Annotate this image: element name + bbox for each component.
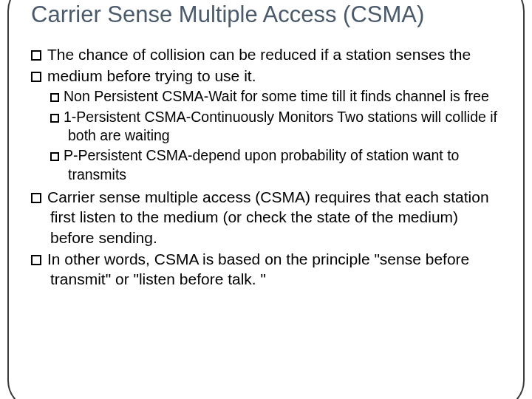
- bullet-sense-before-transmit: In other words, CSMA is based on the pri…: [31, 249, 501, 290]
- slide-frame: Carrier Sense Multiple Access (CSMA) The…: [7, 0, 525, 399]
- square-bullet-icon: [31, 255, 41, 265]
- square-bullet-icon: [50, 93, 59, 102]
- square-bullet-icon: [50, 114, 59, 123]
- square-bullet-icon: [31, 72, 41, 82]
- bullet-text: Non Persistent CSMA-Wait for some time t…: [64, 88, 489, 104]
- square-bullet-icon: [31, 193, 41, 203]
- square-bullet-icon: [31, 50, 41, 61]
- square-bullet-icon: [50, 152, 59, 161]
- bullet-text: medium before trying to use it.: [47, 67, 256, 84]
- bullet-text: In other words, CSMA is based on the pri…: [47, 250, 469, 287]
- bullet-text: Carrier sense multiple access (CSMA) req…: [47, 188, 489, 246]
- bullet-medium-before: medium before trying to use it.: [31, 66, 501, 86]
- bullet-text: P-Persistent CSMA-depend upon probabilit…: [64, 147, 459, 182]
- bullet-collision-reduce: The chance of collision can be reduced i…: [31, 44, 501, 64]
- bullet-text: The chance of collision can be reduced i…: [47, 46, 471, 63]
- subbullet-non-persistent: Non Persistent CSMA-Wait for some time t…: [50, 87, 501, 106]
- bullet-text: 1-Persistent CSMA-Continuously Monitors …: [64, 109, 497, 143]
- slide-title: Carrier Sense Multiple Access (CSMA): [31, 1, 501, 28]
- bullet-csma-requires: Carrier sense multiple access (CSMA) req…: [31, 187, 501, 248]
- subbullet-p-persistent: P-Persistent CSMA-depend upon probabilit…: [50, 146, 501, 184]
- subbullet-1-persistent: 1-Persistent CSMA-Continuously Monitors …: [50, 108, 501, 146]
